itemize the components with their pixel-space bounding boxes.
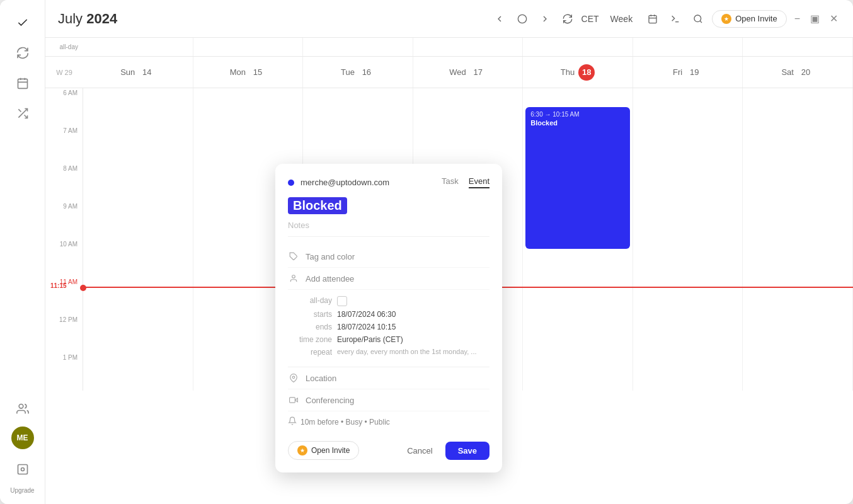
starts-label: starts bbox=[288, 310, 332, 319]
open-invite-icon: ★ bbox=[721, 14, 731, 24]
main-content: July 2024 CET Week bbox=[45, 0, 853, 504]
svg-rect-0 bbox=[18, 79, 27, 88]
starts-value[interactable]: 18/07/2024 06:30 bbox=[337, 310, 396, 319]
prev-button[interactable] bbox=[491, 10, 508, 28]
popup-open-invite-button[interactable]: ★ Open Invite bbox=[288, 441, 359, 460]
tab-event[interactable]: Event bbox=[469, 176, 489, 188]
svg-line-17 bbox=[700, 21, 702, 23]
svg-point-16 bbox=[694, 15, 701, 22]
svg-point-19 bbox=[292, 275, 295, 278]
sidebar-bottom: ME Upgrade bbox=[10, 396, 35, 494]
next-button[interactable] bbox=[536, 10, 554, 28]
svg-rect-8 bbox=[18, 465, 27, 474]
attendee-icon bbox=[288, 273, 299, 284]
bell-icon bbox=[288, 416, 297, 427]
sidebar-icon-people[interactable] bbox=[10, 396, 35, 421]
upgrade-label: Upgrade bbox=[10, 487, 34, 494]
page-title: July 2024 bbox=[58, 11, 117, 27]
svg-point-20 bbox=[292, 376, 295, 379]
location-icon bbox=[288, 372, 299, 384]
notification-text: 10m before • Busy • Public bbox=[301, 418, 390, 427]
search-button[interactable] bbox=[689, 10, 707, 28]
conferencing-label: Conferencing bbox=[306, 396, 354, 405]
svg-line-6 bbox=[18, 109, 21, 112]
add-attendee-row[interactable]: Add attendee bbox=[288, 268, 489, 290]
svg-point-7 bbox=[19, 404, 23, 409]
timezone-value[interactable]: Europe/Paris (CET) bbox=[337, 335, 403, 344]
sidebar-icon-shuffle[interactable] bbox=[10, 101, 35, 126]
timezone-label: CET bbox=[581, 14, 599, 24]
svg-marker-21 bbox=[295, 398, 297, 402]
event-popup: merche@uptodown.com Task Event Blocked N… bbox=[275, 164, 502, 472]
svg-rect-22 bbox=[290, 398, 295, 403]
location-label: Location bbox=[306, 374, 336, 383]
popup-header: merche@uptodown.com Task Event bbox=[288, 176, 489, 188]
cancel-button[interactable]: Cancel bbox=[399, 442, 440, 459]
popup-oi-icon: ★ bbox=[297, 445, 307, 455]
maximize-button[interactable]: ▣ bbox=[808, 10, 822, 27]
header: July 2024 CET Week bbox=[45, 0, 853, 38]
today-button[interactable] bbox=[513, 10, 531, 28]
header-nav: CET Week ★ Open Invite − ▣ ✕ bbox=[491, 10, 840, 28]
popup-footer: ★ Open Invite Cancel Save bbox=[288, 432, 489, 460]
calendar-view-button[interactable] bbox=[644, 10, 661, 28]
sidebar-icon-refresh[interactable] bbox=[10, 40, 35, 66]
repeat-detail: repeat every day, every month on the 1st… bbox=[288, 348, 489, 357]
save-button[interactable]: Save bbox=[445, 442, 489, 460]
timezone-detail: time zone Europe/Paris (CET) bbox=[288, 335, 489, 344]
tab-task[interactable]: Task bbox=[442, 176, 459, 188]
all-day-detail-label: all-day bbox=[288, 296, 332, 306]
all-day-checkbox[interactable] bbox=[337, 296, 347, 306]
refresh-button[interactable] bbox=[559, 10, 576, 28]
tag-color-label: Tag and color bbox=[306, 252, 355, 261]
popup-details: all-day starts 18/07/2024 06:30 ends 18/… bbox=[288, 290, 489, 367]
terminal-button[interactable] bbox=[667, 10, 684, 28]
calendar: all-day W 29 Sun 14 Mon 15 bbox=[45, 38, 853, 504]
sidebar: ME Upgrade bbox=[0, 0, 45, 504]
sidebar-icon-settings[interactable] bbox=[10, 457, 35, 482]
svg-point-10 bbox=[518, 14, 526, 23]
location-row[interactable]: Location bbox=[288, 367, 489, 389]
popup-event-title[interactable]: Blocked bbox=[288, 197, 347, 214]
minimize-button[interactable]: − bbox=[792, 11, 803, 27]
popup-email: merche@uptodown.com bbox=[301, 178, 435, 187]
repeat-label: repeat bbox=[288, 348, 332, 357]
repeat-value[interactable]: every day, every month on the 1st monday… bbox=[337, 348, 477, 357]
ends-detail: ends 18/07/2024 10:15 bbox=[288, 323, 489, 331]
all-day-detail: all-day bbox=[288, 296, 489, 306]
ends-value[interactable]: 18/07/2024 10:15 bbox=[337, 323, 396, 331]
popup-dot bbox=[288, 180, 294, 186]
popup-tabs: Task Event bbox=[442, 176, 489, 188]
conferencing-icon bbox=[288, 394, 299, 406]
open-invite-button[interactable]: ★ Open Invite bbox=[712, 10, 787, 28]
popup-overlay: merche@uptodown.com Task Event Blocked N… bbox=[45, 38, 853, 504]
tag-icon bbox=[288, 251, 299, 262]
conferencing-row[interactable]: Conferencing bbox=[288, 389, 489, 411]
starts-detail: starts 18/07/2024 06:30 bbox=[288, 310, 489, 319]
svg-point-9 bbox=[21, 468, 24, 471]
svg-rect-11 bbox=[649, 15, 656, 23]
week-view-button[interactable]: Week bbox=[604, 11, 639, 26]
add-attendee-label: Add attendee bbox=[306, 274, 354, 284]
notification-row: 10m before • Busy • Public bbox=[288, 411, 489, 432]
sidebar-icon-check[interactable] bbox=[10, 10, 35, 35]
sidebar-icon-calendar[interactable] bbox=[10, 71, 35, 96]
ends-label: ends bbox=[288, 323, 332, 331]
close-button[interactable]: ✕ bbox=[827, 10, 840, 27]
tag-color-row[interactable]: Tag and color bbox=[288, 246, 489, 268]
popup-notes[interactable]: Notes bbox=[288, 220, 489, 237]
timezone-detail-label: time zone bbox=[288, 335, 332, 344]
avatar[interactable]: ME bbox=[11, 427, 34, 449]
